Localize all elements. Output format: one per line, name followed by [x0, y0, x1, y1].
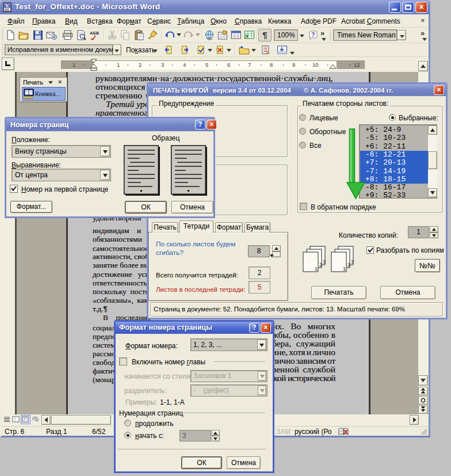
svg-text:2: 2	[319, 262, 322, 268]
svg-text:1: 1	[315, 266, 318, 272]
svg-text:W: W	[5, 3, 10, 9]
svg-text:1: 1	[343, 266, 346, 272]
svg-text:2: 2	[347, 262, 350, 268]
svg-text:X: X	[245, 33, 249, 39]
svg-text:?: ?	[311, 31, 315, 38]
svg-text:АБВ: АБВ	[90, 31, 100, 36]
svg-text:3: 3	[323, 259, 326, 265]
svg-text:3: 3	[351, 259, 354, 265]
